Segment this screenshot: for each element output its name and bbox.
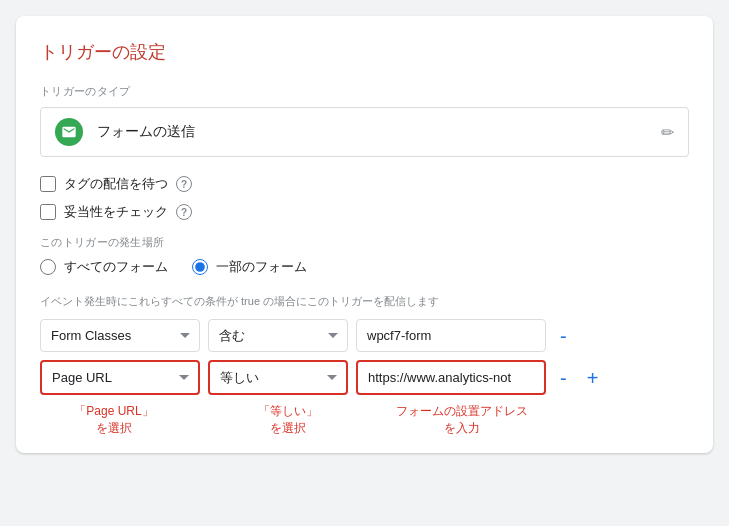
form-submit-icon	[61, 124, 77, 140]
trigger-type-label: トリガーのタイプ	[40, 84, 689, 99]
condition-value-input-1[interactable]	[356, 319, 546, 352]
validity-check-label: 妥当性をチェック	[64, 203, 168, 221]
trigger-type-row: フォームの送信 ✏	[40, 107, 689, 157]
radio-group: すべてのフォーム 一部のフォーム	[40, 258, 689, 276]
some-forms-option[interactable]: 一部のフォーム	[192, 258, 307, 276]
condition-row-2: Form Classes Form ID Form Element Page U…	[40, 360, 689, 395]
validity-check-row: 妥当性をチェック ?	[40, 203, 689, 221]
annotation-section: 「Page URL」を選択 「等しい」を選択 フォームの設置アドレスを入力	[40, 403, 689, 437]
wait-tag-row: タグの配信を待つ ?	[40, 175, 689, 193]
wait-tag-label: タグの配信を待つ	[64, 175, 168, 193]
condition-value-input-2[interactable]	[356, 360, 546, 395]
all-forms-option[interactable]: すべてのフォーム	[40, 258, 168, 276]
some-forms-label: 一部のフォーム	[216, 258, 307, 276]
annotation-address: フォームの設置アドレスを入力	[382, 403, 542, 437]
remove-condition-2-button[interactable]: -	[554, 366, 573, 390]
card-title: トリガーの設定	[40, 40, 689, 64]
all-forms-radio[interactable]	[40, 259, 56, 275]
condition-row-1: Form Classes Form ID Form Element Page U…	[40, 319, 689, 352]
occurrence-section: このトリガーの発生場所 すべてのフォーム 一部のフォーム	[40, 235, 689, 276]
validity-check-checkbox[interactable]	[40, 204, 56, 220]
wait-tag-checkbox[interactable]	[40, 176, 56, 192]
condition-field-select-1[interactable]: Form Classes Form ID Form Element Page U…	[40, 319, 200, 352]
all-forms-label: すべてのフォーム	[64, 258, 168, 276]
trigger-type-icon	[55, 118, 83, 146]
trigger-settings-card: トリガーの設定 トリガーのタイプ フォームの送信 ✏ タグの配信を待つ ? 妥当…	[16, 16, 713, 453]
edit-icon[interactable]: ✏	[661, 123, 674, 142]
trigger-type-name: フォームの送信	[97, 123, 661, 141]
wait-tag-help-icon[interactable]: ?	[176, 176, 192, 192]
condition-operator-select-1[interactable]: 含む 含まない 等しい 等しくない	[208, 319, 348, 352]
add-condition-button[interactable]: +	[581, 366, 605, 390]
annotation-url: 「Page URL」を選択	[44, 403, 184, 437]
condition-description: イベント発生時にこれらすべての条件が true の場合にこのトリガーを配信します	[40, 294, 689, 309]
condition-operator-select-2[interactable]: 含む 含まない 等しい 等しくない	[208, 360, 348, 395]
some-forms-radio[interactable]	[192, 259, 208, 275]
condition-field-select-2[interactable]: Form Classes Form ID Form Element Page U…	[40, 360, 200, 395]
occurrence-label: このトリガーの発生場所	[40, 235, 689, 250]
annotation-equal: 「等しい」を選択	[228, 403, 348, 437]
remove-condition-1-button[interactable]: -	[554, 324, 573, 348]
validity-check-help-icon[interactable]: ?	[176, 204, 192, 220]
